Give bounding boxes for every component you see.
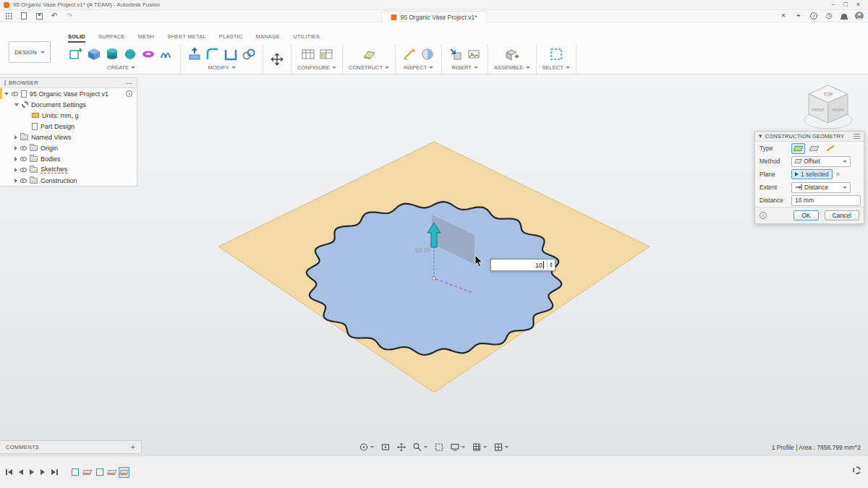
browser-row-part-design[interactable]: Part Design bbox=[0, 121, 137, 132]
fit-view-tool[interactable] bbox=[435, 442, 444, 452]
extent-select[interactable]: Distance bbox=[791, 182, 851, 193]
zoom-tool[interactable] bbox=[413, 442, 428, 452]
orbit-tool[interactable] bbox=[359, 442, 375, 452]
document-tab[interactable]: 95 Organic Vase Project v1* bbox=[381, 11, 486, 22]
configure-dropdown[interactable]: CONFIGURE bbox=[297, 64, 336, 71]
timeline-step-forward-button[interactable] bbox=[41, 469, 45, 475]
undo-icon[interactable]: ↶ bbox=[50, 12, 59, 21]
cylinder-icon[interactable] bbox=[104, 46, 120, 62]
type-point-option[interactable] bbox=[823, 143, 837, 154]
tab-surface[interactable]: SURFACE bbox=[98, 33, 125, 43]
look-at-tool[interactable] bbox=[381, 442, 391, 452]
timeline-feature-plane[interactable] bbox=[106, 467, 117, 478]
browser-row-origin[interactable]: Origin bbox=[0, 142, 137, 153]
redo-icon[interactable]: ↷ bbox=[65, 12, 74, 21]
close-tab-icon[interactable]: × bbox=[779, 12, 788, 21]
collapse-panel-icon[interactable]: — bbox=[126, 80, 132, 87]
ok-button[interactable]: OK bbox=[793, 210, 818, 221]
dialog-header[interactable]: ▾ CONSTRUCTION GEOMETRY bbox=[755, 132, 864, 142]
caret-right-icon[interactable] bbox=[14, 157, 17, 161]
caret-down-icon[interactable] bbox=[4, 93, 9, 95]
insert-derive-icon[interactable] bbox=[448, 46, 464, 62]
browser-row-construction[interactable]: Construction bbox=[0, 175, 137, 186]
caret-right-icon[interactable] bbox=[14, 135, 17, 140]
offset-distance-value-input[interactable]: 10 bbox=[490, 259, 556, 271]
viewports-tool[interactable] bbox=[494, 442, 509, 452]
file-menu-icon[interactable] bbox=[20, 12, 28, 21]
insert-canvas-icon[interactable] bbox=[466, 46, 482, 62]
browser-row-units[interactable]: Units: mm, g bbox=[0, 110, 137, 121]
notifications-bell-icon[interactable] bbox=[840, 12, 848, 21]
shell-icon[interactable] bbox=[223, 46, 239, 62]
activate-component-radio-icon[interactable] bbox=[126, 90, 132, 97]
new-component-icon[interactable] bbox=[504, 46, 520, 62]
configuration-table-icon[interactable] bbox=[300, 46, 316, 62]
create-dropdown[interactable]: CREATE bbox=[107, 64, 135, 71]
select-dropdown[interactable]: SELECT bbox=[542, 64, 570, 71]
app-grid-icon[interactable] bbox=[4, 12, 13, 21]
torus-icon[interactable] bbox=[140, 46, 156, 62]
tab-solid[interactable]: SOLID bbox=[68, 33, 85, 43]
dialog-menu-icon[interactable] bbox=[854, 134, 860, 139]
timeline-play-button[interactable] bbox=[30, 469, 34, 475]
tab-mesh[interactable]: MESH bbox=[138, 33, 154, 43]
browser-header[interactable]: BROWSER — bbox=[0, 78, 137, 88]
browser-row-named-views[interactable]: Named Views bbox=[0, 132, 137, 142]
clear-selection-icon[interactable]: × bbox=[836, 171, 840, 178]
browser-row-bodies[interactable]: Bodies bbox=[0, 153, 137, 164]
display-settings-tool[interactable] bbox=[451, 442, 466, 452]
spinner-handle[interactable] bbox=[547, 260, 553, 270]
configuration-theme-icon[interactable] bbox=[318, 46, 334, 62]
type-axis-option[interactable] bbox=[807, 143, 821, 154]
create-sketch-icon[interactable] bbox=[68, 46, 84, 62]
caret-right-icon[interactable] bbox=[14, 168, 17, 172]
construction-plane-icon[interactable] bbox=[361, 46, 377, 62]
visibility-eye-icon[interactable] bbox=[20, 179, 27, 183]
distance-input[interactable]: 10 mm bbox=[791, 195, 861, 206]
timeline-feature-sketch[interactable] bbox=[69, 467, 80, 478]
minimize-button[interactable]: − bbox=[831, 1, 835, 8]
caret-right-icon[interactable] bbox=[14, 146, 17, 150]
timeline-go-to-start-button[interactable] bbox=[6, 469, 12, 475]
timeline-feature-plane-selected[interactable] bbox=[119, 467, 129, 478]
dialog-collapse-icon[interactable]: ▾ bbox=[759, 133, 762, 140]
construct-dropdown[interactable]: CONSTRUCT bbox=[349, 64, 389, 71]
timeline-step-back-button[interactable] bbox=[19, 469, 23, 475]
assemble-dropdown[interactable]: ASSEMBLE bbox=[494, 64, 529, 71]
move-copy-icon[interactable] bbox=[269, 51, 285, 67]
modify-dropdown[interactable]: MODIFY bbox=[208, 64, 235, 71]
tab-plastic[interactable]: PLASTIC bbox=[219, 33, 243, 43]
cancel-button[interactable]: Cancel bbox=[825, 210, 859, 221]
help-icon[interactable]: ? bbox=[809, 12, 818, 21]
timeline-go-to-end-button[interactable] bbox=[51, 469, 58, 475]
visibility-eye-icon[interactable] bbox=[20, 146, 27, 150]
workspace-switcher[interactable]: DESIGN bbox=[9, 41, 51, 63]
caret-right-icon[interactable] bbox=[14, 179, 17, 183]
timeline-settings-gear-icon[interactable] bbox=[853, 466, 861, 474]
visibility-eye-icon[interactable] bbox=[20, 157, 27, 161]
inspect-dropdown[interactable]: INSPECT bbox=[404, 64, 434, 71]
timeline-feature-plane[interactable] bbox=[82, 467, 93, 478]
sphere-icon[interactable] bbox=[122, 46, 138, 62]
info-icon[interactable]: i bbox=[760, 212, 767, 219]
fillet-icon[interactable] bbox=[205, 46, 221, 62]
plane-selection-chip[interactable]: 1 selected bbox=[791, 169, 833, 179]
coil-icon[interactable] bbox=[158, 46, 174, 62]
browser-row-sketches[interactable]: Sketches bbox=[0, 164, 137, 175]
pan-tool[interactable] bbox=[397, 442, 407, 452]
browser-root-row[interactable]: 95 Organic Vase Project v1 bbox=[0, 88, 137, 99]
type-plane-option[interactable] bbox=[791, 143, 805, 154]
add-comment-icon[interactable]: + bbox=[131, 444, 135, 451]
tab-sheet-metal[interactable]: SHEET METAL bbox=[167, 33, 206, 43]
press-pull-icon[interactable] bbox=[187, 46, 203, 62]
job-status-icon[interactable]: ◷ bbox=[825, 12, 833, 21]
browser-row-document-settings[interactable]: Document Settings bbox=[0, 99, 137, 110]
measure-icon[interactable] bbox=[401, 46, 417, 62]
tab-utilities[interactable]: UTILITIES bbox=[293, 33, 320, 43]
method-select[interactable]: Offset bbox=[791, 156, 851, 167]
combine-icon[interactable] bbox=[241, 46, 257, 62]
close-button[interactable]: × bbox=[856, 1, 860, 8]
user-avatar[interactable] bbox=[855, 12, 864, 20]
visibility-eye-icon[interactable] bbox=[12, 92, 18, 96]
new-tab-icon[interactable]: + bbox=[794, 12, 803, 21]
